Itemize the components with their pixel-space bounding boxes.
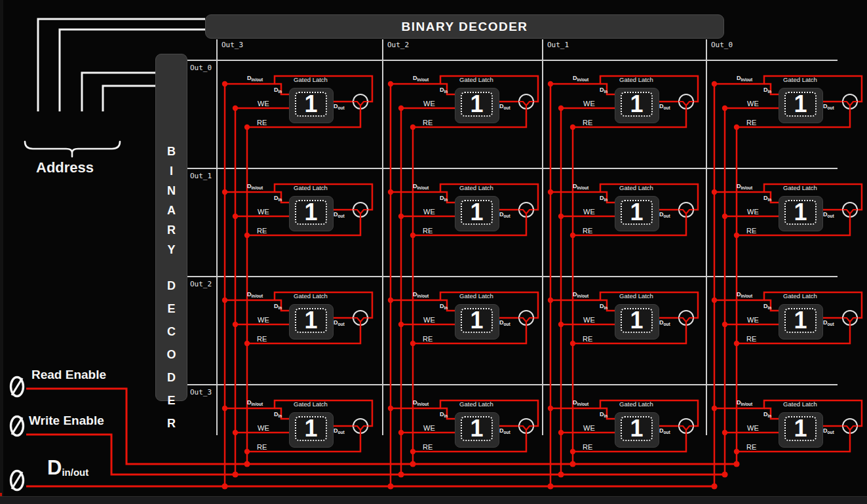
top-decoder-label: BINARY DECODER [401,20,528,34]
column-header: Out_0 [711,41,733,49]
cell-we-label: WE [583,424,595,432]
gated-latch-cell: 1 Gated Latch Din/out Din WE RE Dout [217,385,381,462]
latch-value-box: 1 [461,416,493,441]
row-header: Out_1 [190,172,212,180]
gated-latch-title: Gated Latch [777,400,823,408]
latch-value-box: 1 [621,308,653,333]
cell-dinout-label: Din/out [573,399,588,406]
gated-latch-title: Gated Latch [453,184,499,191]
cell-dout-label: Dout [499,319,511,326]
cell-dout-label: Dout [659,103,670,110]
gated-latch-cell: 1 Gated Latch Din/out Din WE RE Dout [217,60,381,138]
cell-re-label: RE [746,443,756,451]
gated-latch-cell: 1 Gated Latch Din/out Din WE RE Dout [543,168,706,246]
gated-latch-cell: 1 Gated Latch Din/out Din WE RE Dout [706,168,867,246]
cell-we-label: WE [583,100,595,107]
latch-value: 1 [304,94,317,114]
gated-latch-cell: 1 Gated Latch Din/out Din WE RE Dout [383,385,547,462]
write-enable-toggle[interactable] [7,414,27,440]
latch-value: 1 [470,203,483,222]
cell-din-label: Din [600,195,607,202]
cell-din-label: Din [274,195,282,202]
cell-dout-label: Dout [334,103,345,110]
latch-value: 1 [630,311,643,330]
read-enable-label: Read Enable [31,368,106,382]
gated-latch-title: Gated Latch [453,292,499,300]
write-enable-label: Write Enable [29,414,104,428]
cell-re-label: RE [746,335,756,343]
gated-latch-cell: 1 Gated Latch Din/out Din WE RE Dout [706,385,867,462]
latch-value-box: 1 [461,200,493,225]
latch-value: 1 [470,94,483,114]
memory-circuit-diagram: BINARY DECODER BINARY DECODER Address Re… [0,0,867,504]
latch-value-box: 1 [621,416,653,441]
left-decoder-label-line1: BINARY [156,142,187,260]
cell-we-label: WE [747,208,759,216]
data-inout-label: Din/out [47,456,88,480]
bottom-window-strip [0,496,867,504]
gated-latch-title: Gated Latch [453,76,499,83]
cell-din-label: Din [274,411,282,418]
cell-dout-label: Dout [823,211,834,218]
gated-latch-title: Gated Latch [613,184,659,191]
left-decoder-label-line2: DECODER [156,275,187,435]
cell-din-label: Din [600,87,607,94]
cell-din-label: Din [440,411,448,418]
cell-re-label: RE [746,227,756,235]
cell-we-label: WE [258,424,269,432]
gated-latch-title: Gated Latch [288,184,334,191]
cell-dout-label: Dout [334,319,345,326]
left-binary-decoder: BINARY DECODER [155,54,187,401]
latch-value: 1 [470,419,483,438]
cell-dout-label: Dout [659,427,670,435]
row-header: Out_3 [190,388,212,397]
data-inout-toggle[interactable] [7,469,27,495]
cell-din-label: Din [600,303,607,310]
cell-dinout-label: Din/out [737,399,752,406]
row-header: Out_0 [190,64,212,72]
cell-din-label: Din [440,195,448,202]
cell-din-label: Din [763,195,771,202]
cell-we-label: WE [258,100,269,107]
cell-din-label: Din [763,303,771,310]
cell-dinout-label: Din/out [573,75,588,82]
gated-latch-title: Gated Latch [777,184,823,191]
cell-re-label: RE [423,227,433,235]
latch-value: 1 [304,203,317,222]
cell-re-label: RE [257,227,267,235]
cell-dinout-label: Din/out [737,75,752,82]
cell-dout-label: Dout [823,103,834,110]
gated-latch-cell: 1 Gated Latch Din/out Din WE RE Dout [383,60,547,138]
gated-latch-title: Gated Latch [613,400,659,408]
cell-re-label: RE [583,443,592,451]
cell-din-label: Din [274,303,282,310]
latch-value: 1 [630,203,643,222]
latch-value-box: 1 [461,92,493,117]
cell-re-label: RE [257,335,267,343]
read-enable-toggle[interactable] [7,375,27,401]
cell-dinout-label: Din/out [413,183,429,190]
cell-re-label: RE [257,443,267,451]
cell-din-label: Din [274,87,282,94]
cell-re-label: RE [583,227,592,235]
column-header: Out_2 [387,41,409,49]
data-inout-label-sub: in/out [62,467,88,478]
cell-we-label: WE [583,208,595,216]
cell-dout-label: Dout [823,319,834,326]
gated-latch-cell: 1 Gated Latch Din/out Din WE RE Dout [217,168,381,246]
data-inout-label-main: D [47,456,62,479]
cell-we-label: WE [747,100,759,107]
latch-value-box: 1 [295,200,327,225]
cell-din-label: Din [763,87,771,94]
latch-value-box: 1 [784,200,817,225]
cell-dout-label: Dout [659,211,670,218]
latch-value-box: 1 [621,200,653,225]
gated-latch-title: Gated Latch [777,76,823,83]
cell-we-label: WE [423,208,435,216]
cell-dout-label: Dout [823,427,834,435]
cell-we-label: WE [423,100,435,107]
cell-dout-label: Dout [334,211,345,218]
latch-value: 1 [470,311,483,330]
latch-value-box: 1 [295,416,327,441]
cell-dinout-label: Din/out [247,75,263,82]
